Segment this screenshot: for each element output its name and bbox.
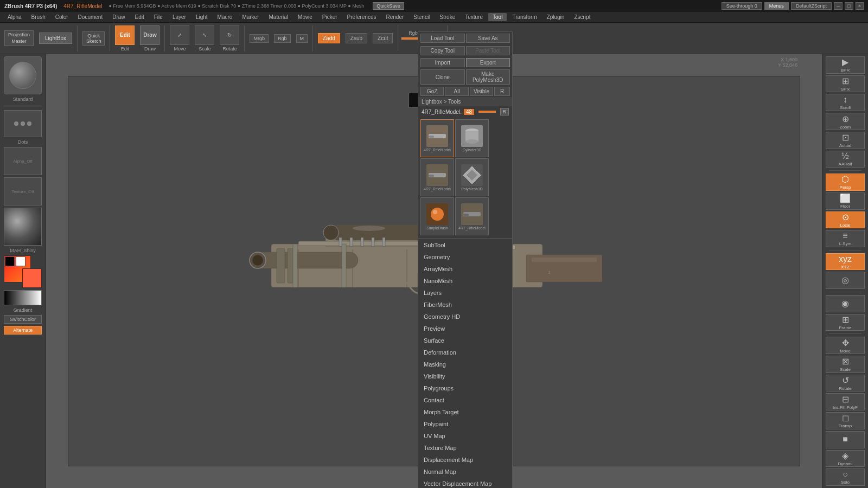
paste-tool-button[interactable]: Paste Tool <box>466 46 510 55</box>
right-panel-btn-persp[interactable]: ⬡Persp <box>826 174 865 191</box>
default-zscript-button[interactable]: DefaultZScript <box>791 2 832 10</box>
gradient-preview[interactable] <box>4 290 42 305</box>
tool-menu-item-contact[interactable]: Contact <box>418 394 512 406</box>
zsub-button[interactable]: Zsub <box>346 33 367 43</box>
right-panel-btn-frame[interactable]: ⊞Frame <box>826 314 865 331</box>
menu-item-zscript[interactable]: Zscript <box>570 13 595 21</box>
right-panel-btn-move[interactable]: ✥Move <box>826 337 865 354</box>
right-panel-btn-rotate[interactable]: ↺Rotate <box>826 375 865 392</box>
minimize-button[interactable]: ─ <box>834 2 843 10</box>
right-panel-btn-scroll[interactable]: ↕Scroll <box>826 94 865 111</box>
tool-menu-item-nanomesh[interactable]: NanoMesh <box>418 275 512 287</box>
right-panel-btn-◉[interactable]: ◉ <box>826 295 865 312</box>
tool-thumb-rifle1[interactable]: 4R7_RifleModel <box>420 119 454 157</box>
import-button[interactable]: Import <box>420 58 465 67</box>
menu-item-layer[interactable]: Layer <box>168 13 190 21</box>
right-panel-btn-local[interactable]: ⊙Local <box>826 211 865 229</box>
all-button[interactable]: All <box>445 87 468 96</box>
zadd-button[interactable]: Zadd <box>318 33 340 43</box>
right-panel-btn-xyz[interactable]: xyzXYZ <box>826 253 865 271</box>
zcut-button[interactable]: Zcut <box>373 33 393 43</box>
right-panel-btn-transp[interactable]: ◻Transp <box>826 412 865 429</box>
menu-item-brush[interactable]: Brush <box>27 13 50 21</box>
model-r-button[interactable]: R <box>500 108 509 115</box>
menu-item-render[interactable]: Render <box>382 13 409 21</box>
make-polymesh3d-button[interactable]: Make PolyMesh3D <box>466 69 510 85</box>
right-panel-btn-■[interactable]: ■ <box>826 431 865 448</box>
menu-item-draw[interactable]: Draw <box>108 13 129 21</box>
tool-thumb-polymesh[interactable]: PolyMesh3D <box>455 158 489 196</box>
menu-item-macro[interactable]: Macro <box>213 13 237 21</box>
rgb-button[interactable]: Rgb <box>274 34 291 43</box>
menu-item-file[interactable]: File <box>150 13 167 21</box>
tool-menu-item-visibility[interactable]: Visibility <box>418 370 512 382</box>
quick-sketch-button[interactable]: Quick Sketch <box>82 31 105 46</box>
brush-preview[interactable] <box>4 56 42 94</box>
right-panel-btn-spix[interactable]: ⊞SPix <box>826 75 865 93</box>
projection-master-button[interactable]: Projection Master <box>4 30 34 46</box>
rotate-button[interactable]: ↻ <box>220 25 239 45</box>
menu-item-marker[interactable]: Marker <box>238 13 263 21</box>
scale-button[interactable]: ⤡ <box>195 25 214 45</box>
menu-item-zplugin[interactable]: Zplugin <box>542 13 569 21</box>
tool-menu-item-normal-map[interactable]: Normal Map <box>418 466 512 478</box>
right-panel-btn-zoom[interactable]: ⊕Zoom <box>826 113 865 130</box>
tool-thumb-rifle3[interactable]: 4R7_RifleModel <box>455 197 489 235</box>
menu-item-stencil[interactable]: Stencil <box>409 13 434 21</box>
tool-menu-item-preview[interactable]: Preview <box>418 323 512 335</box>
r-button[interactable]: R <box>494 87 510 96</box>
alpha-button[interactable]: Alpha_Off <box>4 147 42 175</box>
menu-item-picker[interactable]: Picker <box>318 13 342 21</box>
right-panel-btn-actual[interactable]: ⊡Actual <box>826 132 865 149</box>
right-panel-btn-dynami[interactable]: ◈Dynami <box>826 450 865 467</box>
tool-menu-item-arraymesh[interactable]: ArrayMesh <box>418 263 512 275</box>
tool-menu-item-polypaint[interactable]: Polypaint <box>418 418 512 430</box>
texture-button[interactable]: Texture_Off <box>4 177 42 206</box>
visible-button[interactable]: Visible <box>470 87 493 96</box>
right-panel-btn-bpr[interactable]: ▶BPR <box>826 56 865 74</box>
material-preview[interactable] <box>4 208 42 246</box>
menu-item-texture[interactable]: Texture <box>461 13 487 21</box>
right-panel-btn-floor[interactable]: ⬜Floor <box>826 192 865 210</box>
alternate-button[interactable]: Alternate <box>4 326 42 335</box>
right-panel-btn-◎[interactable]: ◎ <box>826 272 865 289</box>
maximize-button[interactable]: □ <box>845 2 853 10</box>
menu-item-material[interactable]: Material <box>265 13 293 21</box>
see-through-button[interactable]: See-through 0 <box>722 2 762 10</box>
tool-menu-item-geometry[interactable]: Geometry <box>418 251 512 263</box>
tool-menu-item-morph-target[interactable]: Morph Target <box>418 406 512 418</box>
switch-color-button[interactable]: SwitchColor <box>4 315 42 324</box>
right-panel-btn-aahalf[interactable]: ½AAHalf <box>826 151 865 168</box>
edit-button[interactable]: Edit <box>115 25 135 45</box>
tool-menu-item-uv-map[interactable]: UV Map <box>418 430 512 442</box>
right-panel-btn-l.sym[interactable]: ≡L.Sym <box>826 230 865 247</box>
tool-menu-item-fibermesh[interactable]: FiberMesh <box>418 299 512 311</box>
lightbox-button[interactable]: LightBox <box>39 33 72 44</box>
tool-menu-item-masking[interactable]: Masking <box>418 358 512 370</box>
copy-tool-button[interactable]: Copy Tool <box>420 46 465 55</box>
model-slider[interactable] <box>478 111 495 113</box>
tool-menu-item-layers[interactable]: Layers <box>418 287 512 299</box>
tool-thumb-simplebrush[interactable]: SimpleBrush <box>420 197 454 235</box>
close-button[interactable]: × <box>856 2 864 10</box>
export-button[interactable]: Export <box>466 58 510 67</box>
menu-item-color[interactable]: Color <box>51 13 73 21</box>
tool-menu-item-deformation[interactable]: Deformation <box>418 346 512 358</box>
menu-item-preferences[interactable]: Preferences <box>343 13 381 21</box>
load-tool-button[interactable]: Load Tool <box>420 34 465 43</box>
menu-item-stroke[interactable]: Stroke <box>435 13 459 21</box>
mrgb-button[interactable]: Mrgb <box>250 34 269 43</box>
menus-button[interactable]: Menus <box>764 2 789 10</box>
draw-button[interactable]: Draw <box>140 25 159 45</box>
tool-thumb-rifle2[interactable]: 4R7_RifleModel <box>420 158 454 196</box>
goz-button[interactable]: GoZ <box>420 87 444 96</box>
tool-menu-item-texture-map[interactable]: Texture Map <box>418 442 512 454</box>
dots-preview[interactable] <box>4 110 42 137</box>
tool-menu-item-geometry-hd[interactable]: Geometry HD <box>418 311 512 323</box>
menu-item-alpha[interactable]: Alpha <box>3 13 26 21</box>
right-panel-btn-scale[interactable]: ⊠Scale <box>826 356 865 373</box>
tool-menu-item-surface[interactable]: Surface <box>418 335 512 346</box>
tool-menu-item-displacement-map[interactable]: Displacement Map <box>418 454 512 466</box>
color-swatch-area[interactable] <box>4 255 42 288</box>
tool-menu-item-polygroups[interactable]: Polygroups <box>418 382 512 394</box>
